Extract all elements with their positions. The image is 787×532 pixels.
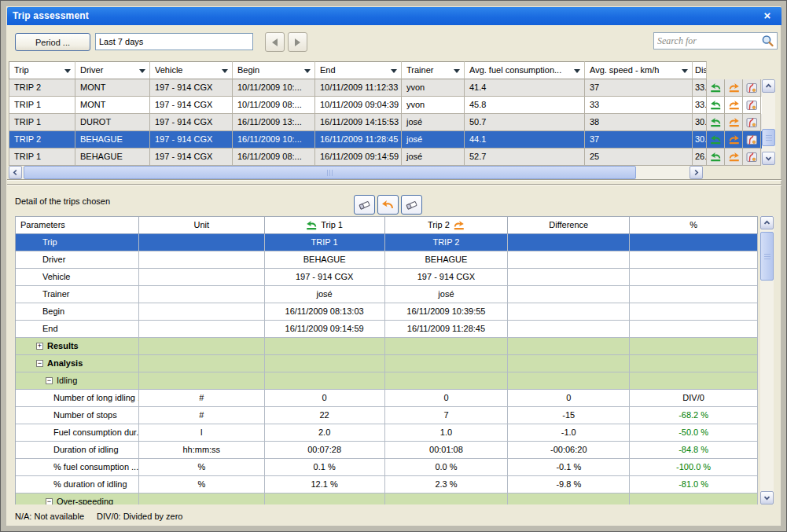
map-button[interactable] bbox=[743, 97, 761, 114]
filter-dropdown-icon[interactable] bbox=[391, 69, 397, 73]
detail-param-cell: Number of stops bbox=[16, 407, 139, 424]
filter-dropdown-icon[interactable] bbox=[64, 69, 71, 73]
filter-dropdown-icon[interactable] bbox=[682, 69, 688, 73]
detail-trip2-cell: 2.3 % bbox=[385, 476, 509, 493]
detail-difference-cell: -15 bbox=[508, 407, 630, 424]
close-button[interactable]: × bbox=[759, 8, 775, 24]
scrollbar-thumb[interactable] bbox=[762, 129, 775, 146]
assign-trip1-button[interactable] bbox=[707, 149, 725, 166]
filter-dropdown-icon[interactable] bbox=[222, 69, 228, 73]
assign-trip2-button[interactable] bbox=[725, 114, 743, 131]
assign-trip1-button[interactable] bbox=[707, 131, 725, 149]
detail-row[interactable]: −Over-speeding bbox=[16, 493, 758, 504]
column-header-trip[interactable]: Trip bbox=[9, 61, 75, 79]
swap-trips-button[interactable] bbox=[377, 195, 399, 215]
eraser-icon bbox=[358, 200, 371, 211]
scroll-up-button[interactable] bbox=[760, 216, 774, 229]
column-header-trainer[interactable]: Trainer bbox=[402, 61, 465, 79]
trip-row[interactable]: TRIP 1MONT197 - 914 CGX10/11/2009 08:...… bbox=[9, 97, 762, 114]
right-arrow-icon bbox=[295, 39, 300, 46]
column-header-avg-speed[interactable]: Avg. speed - km/h bbox=[585, 61, 693, 79]
period-input[interactable] bbox=[95, 33, 253, 50]
assign-trip2-button[interactable] bbox=[725, 149, 743, 166]
detail-row[interactable]: Trainerjoséjosé bbox=[16, 286, 758, 303]
search-input[interactable] bbox=[657, 34, 756, 48]
map-button[interactable] bbox=[743, 114, 761, 131]
assign-trip1-button[interactable] bbox=[707, 97, 725, 114]
expand-collapse-icon[interactable]: − bbox=[46, 498, 53, 504]
assign-trip2-icon bbox=[728, 117, 740, 127]
clear-trip1-button[interactable] bbox=[354, 195, 375, 215]
scrollbar-track[interactable] bbox=[762, 93, 775, 152]
detail-trip2-cell bbox=[385, 372, 509, 390]
assign-trip2-button[interactable] bbox=[725, 131, 743, 149]
detail-row[interactable]: Vehicle197 - 914 CGX197 - 914 CGX bbox=[16, 269, 758, 286]
detail-row[interactable]: Begin16/11/2009 08:13:0316/11/2009 10:39… bbox=[16, 303, 758, 321]
assign-trip2-icon bbox=[728, 134, 740, 145]
detail-row[interactable]: TripTRIP 1TRIP 2 bbox=[16, 234, 758, 251]
detail-row[interactable]: Fuel consumption dur...l2.01.0-1.0-50.0 … bbox=[16, 424, 758, 442]
detail-row[interactable]: Number of stops#227-15-68.2 % bbox=[16, 407, 758, 424]
column-header-distance[interactable]: Dist bbox=[693, 61, 707, 79]
trip-row[interactable]: TRIP 2BEHAGUE197 - 914 CGX16/11/2009 10:… bbox=[9, 131, 762, 149]
trip-cell-vehicle: 197 - 914 CGX bbox=[150, 79, 233, 97]
detail-row[interactable]: −Analysis bbox=[16, 355, 758, 372]
trip-row[interactable]: TRIP 2MONT197 - 914 CGX10/11/2009 10:...… bbox=[9, 79, 762, 97]
scroll-down-button[interactable] bbox=[762, 152, 775, 165]
section-divider bbox=[7, 179, 781, 181]
detail-section-title: Detail of the trips chosen bbox=[15, 196, 110, 206]
column-header-begin[interactable]: Begin bbox=[233, 61, 315, 79]
detail-row[interactable]: % fuel consumption ...%0.1 %0.0 %-0.1 %-… bbox=[16, 459, 758, 476]
filter-dropdown-icon[interactable] bbox=[574, 69, 580, 73]
trip-cell-end: 16/11/2009 11:28:45 bbox=[315, 131, 402, 149]
map-button[interactable] bbox=[743, 79, 761, 97]
expand-collapse-icon[interactable]: + bbox=[36, 343, 43, 350]
scroll-left-button[interactable] bbox=[9, 166, 22, 179]
detail-unit-cell bbox=[139, 493, 265, 504]
detail-row[interactable]: +Results bbox=[16, 338, 758, 355]
assign-trip1-button[interactable] bbox=[707, 79, 725, 97]
scrollbar-track[interactable] bbox=[22, 166, 690, 179]
map-button[interactable] bbox=[743, 149, 761, 166]
assign-trip2-button[interactable] bbox=[725, 79, 743, 97]
detail-row[interactable]: Duration of idlinghh:mm:ss00:07:2800:01:… bbox=[16, 442, 758, 459]
trip-row[interactable]: TRIP 1BEHAGUE197 - 914 CGX16/11/2009 08:… bbox=[9, 149, 762, 166]
detail-row[interactable]: −Idling bbox=[16, 372, 758, 390]
detail-difference-cell: -0.1 % bbox=[508, 459, 630, 476]
previous-period-button[interactable] bbox=[265, 32, 285, 52]
search-box bbox=[653, 32, 778, 50]
assign-trip2-button[interactable] bbox=[725, 97, 743, 114]
column-header-avg-fuel[interactable]: Avg. fuel consumption... bbox=[465, 61, 585, 79]
map-icon bbox=[746, 152, 758, 163]
detail-trip1-cell: BEHAGUE bbox=[265, 251, 385, 269]
trip-row[interactable]: TRIP 1DUROT197 - 914 CGX16/11/2009 13:..… bbox=[9, 114, 762, 131]
filter-dropdown-icon[interactable] bbox=[304, 69, 311, 73]
assign-trip1-button[interactable] bbox=[707, 114, 725, 131]
search-icon[interactable] bbox=[761, 35, 774, 47]
trips-table-header: Trip Driver Vehicle Begin End Trainer Av… bbox=[9, 61, 762, 79]
filter-dropdown-icon[interactable] bbox=[139, 69, 145, 73]
detail-param-cell: Number of long idling ... bbox=[16, 390, 139, 407]
detail-row[interactable]: Number of long idling ...#000DIV/0 bbox=[16, 390, 758, 407]
period-button[interactable]: Period ... bbox=[15, 33, 90, 51]
detail-row[interactable]: DriverBEHAGUEBEHAGUE bbox=[16, 251, 758, 269]
detail-percent-cell bbox=[630, 372, 758, 390]
expand-collapse-icon[interactable]: − bbox=[36, 360, 43, 367]
map-button[interactable] bbox=[743, 131, 761, 149]
detail-row[interactable]: % duration of idling%12.1 %2.3 %-9.8 %-8… bbox=[16, 476, 758, 493]
next-period-button[interactable] bbox=[288, 32, 307, 52]
scroll-down-button[interactable] bbox=[760, 491, 774, 504]
scrollbar-thumb[interactable] bbox=[24, 166, 636, 179]
column-header-driver[interactable]: Driver bbox=[75, 61, 150, 79]
clear-trip2-button[interactable] bbox=[401, 195, 422, 215]
scroll-up-button[interactable] bbox=[762, 79, 775, 93]
column-header-end[interactable]: End bbox=[315, 61, 402, 79]
expand-collapse-icon[interactable]: − bbox=[46, 377, 53, 384]
scrollbar-thumb[interactable] bbox=[760, 232, 774, 281]
scroll-right-button[interactable] bbox=[690, 166, 703, 179]
column-header-vehicle[interactable]: Vehicle bbox=[150, 61, 233, 79]
filter-dropdown-icon[interactable] bbox=[454, 69, 460, 73]
detail-percent-cell bbox=[630, 269, 758, 286]
detail-row[interactable]: End16/11/2009 09:14:5916/11/2009 11:28:4… bbox=[16, 321, 758, 338]
scrollbar-track[interactable] bbox=[760, 229, 774, 491]
